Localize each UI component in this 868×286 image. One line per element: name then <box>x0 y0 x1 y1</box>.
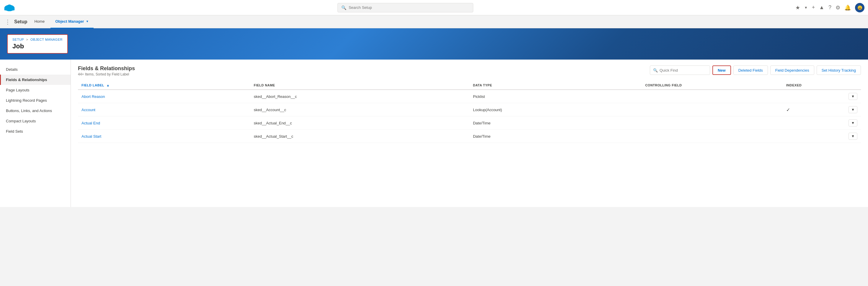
breadcrumb: SETUP > OBJECT MANAGER <box>12 38 63 41</box>
cell-data-type: Picklist <box>469 90 642 103</box>
row-action-button[interactable]: ▼ <box>848 119 857 127</box>
col-header-field-name[interactable]: FIELD NAME <box>250 81 469 90</box>
quick-find-input[interactable] <box>659 68 707 73</box>
cell-indexed <box>783 116 830 130</box>
field-label-link[interactable]: Abort Reason <box>82 94 105 99</box>
help-icon[interactable]: ? <box>829 4 831 11</box>
tab-dropdown-icon[interactable]: ▼ <box>86 20 89 23</box>
sidebar-compact-label: Compact Layouts <box>6 119 36 123</box>
cell-field-name: sked__Actual_End__c <box>250 116 469 130</box>
field-label-link[interactable]: Actual Start <box>82 134 101 139</box>
cell-controlling-field <box>642 116 782 130</box>
deleted-fields-button[interactable]: Deleted Fields <box>733 66 768 75</box>
field-label-link[interactable]: Actual End <box>82 121 100 125</box>
col-header-indexed[interactable]: INDEXED <box>783 81 830 90</box>
main-content: Details Fields & Relationships Page Layo… <box>0 60 868 207</box>
avatar[interactable]: 😀 <box>855 3 864 12</box>
salesforce-logo <box>4 4 16 12</box>
row-action-button[interactable]: ▼ <box>848 106 857 113</box>
cell-indexed: ✓ <box>783 103 830 116</box>
cell-field-label: Account <box>78 103 250 116</box>
cell-data-type: Lookup(Account) <box>469 103 642 116</box>
header-actions: 🔍 New Deleted Fields Field Dependencies … <box>650 66 861 75</box>
row-action-button[interactable]: ▼ <box>848 133 857 140</box>
tab-home[interactable]: Home <box>30 15 49 28</box>
tab-bar: ⋮ Setup Home Object Manager ▼ <box>0 15 868 28</box>
breadcrumb-box: SETUP > OBJECT MANAGER Job <box>7 34 68 53</box>
search-input[interactable] <box>349 5 469 10</box>
sidebar-item-field-sets[interactable]: Field Sets <box>0 126 70 137</box>
cell-action: ▼ <box>830 90 861 103</box>
search-bar[interactable]: 🔍 <box>337 3 473 12</box>
set-history-tracking-button[interactable]: Set History Tracking <box>817 66 861 75</box>
sidebar-item-page-layouts[interactable]: Page Layouts <box>0 85 70 95</box>
table-row: Abort Reason sked__Abort_Reason__c Pickl… <box>78 90 861 103</box>
add-icon[interactable]: + <box>812 4 815 11</box>
search-icon: 🔍 <box>341 5 346 10</box>
indexed-checkmark: ✓ <box>786 107 790 112</box>
content-header: Fields & Relationships 44+ Items, Sorted… <box>78 66 861 76</box>
cell-data-type: Date/Time <box>469 116 642 130</box>
cell-field-name: sked__Account__c <box>250 103 469 116</box>
sidebar-buttons-label: Buttons, Links, and Actions <box>6 108 52 113</box>
breadcrumb-separator: > <box>26 38 28 41</box>
sidebar-item-lightning-record-pages[interactable]: Lightning Record Pages <box>0 95 70 106</box>
tab-object-manager[interactable]: Object Manager ▼ <box>51 15 93 28</box>
cell-field-label: Actual Start <box>78 130 250 143</box>
sidebar: Details Fields & Relationships Page Layo… <box>0 60 71 207</box>
cell-field-label: Abort Reason <box>78 90 250 103</box>
sidebar-item-compact-layouts[interactable]: Compact Layouts <box>0 116 70 126</box>
table-header-row: FIELD LABEL ▲ FIELD NAME DATA TYPE CONTR… <box>78 81 861 90</box>
top-nav: 🔍 ★ ▼ + ▲ ? ⚙ 🔔 😀 <box>0 0 868 15</box>
breadcrumb-object-manager-link[interactable]: OBJECT MANAGER <box>30 38 63 41</box>
table-row: Account sked__Account__c Lookup(Account)… <box>78 103 861 116</box>
cell-action: ▼ <box>830 103 861 116</box>
sidebar-page-layouts-label: Page Layouts <box>6 88 30 92</box>
row-action-button[interactable]: ▼ <box>848 93 857 100</box>
app-label: Setup <box>14 19 27 25</box>
breadcrumb-setup-link[interactable]: SETUP <box>12 38 24 41</box>
sidebar-lightning-pages-label: Lightning Record Pages <box>6 98 47 103</box>
bell-icon[interactable]: 🔔 <box>844 4 851 11</box>
section-title: Fields & Relationships <box>78 66 135 72</box>
cell-field-name: sked__Actual_Start__c <box>250 130 469 143</box>
star-icon[interactable]: ★ <box>795 4 800 11</box>
col-header-controlling-field[interactable]: CONTROLLING FIELD <box>642 81 782 90</box>
new-button[interactable]: New <box>712 66 731 75</box>
svg-point-3 <box>7 4 12 8</box>
table-row: Actual Start sked__Actual_Start__c Date/… <box>78 130 861 143</box>
cell-controlling-field <box>642 130 782 143</box>
top-nav-icons: ★ ▼ + ▲ ? ⚙ 🔔 😀 <box>795 3 864 12</box>
app-grid-icon[interactable]: ⋮ <box>5 18 11 25</box>
svg-rect-4 <box>4 8 15 10</box>
dropdown-icon[interactable]: ▼ <box>804 6 808 10</box>
page-title: Job <box>12 42 63 50</box>
sidebar-field-sets-label: Field Sets <box>6 129 23 134</box>
cell-action: ▼ <box>830 130 861 143</box>
tab-home-label: Home <box>34 19 44 24</box>
cell-field-label: Actual End <box>78 116 250 130</box>
col-header-data-type[interactable]: DATA TYPE <box>469 81 642 90</box>
content-area: Fields & Relationships 44+ Items, Sorted… <box>71 60 868 207</box>
field-label-link[interactable]: Account <box>82 108 95 112</box>
field-dependencies-button[interactable]: Field Dependencies <box>770 66 814 75</box>
section-heading: Fields & Relationships 44+ Items, Sorted… <box>78 66 135 76</box>
cell-data-type: Date/Time <box>469 130 642 143</box>
sidebar-details-label: Details <box>6 67 18 72</box>
cell-controlling-field <box>642 90 782 103</box>
col-header-field-label[interactable]: FIELD LABEL ▲ <box>78 81 250 90</box>
trailhead-icon[interactable]: ▲ <box>819 4 824 11</box>
sidebar-item-buttons-links-actions[interactable]: Buttons, Links, and Actions <box>0 106 70 116</box>
sidebar-item-fields-relationships[interactable]: Fields & Relationships <box>0 75 70 85</box>
tab-object-manager-label: Object Manager <box>55 19 84 24</box>
sidebar-item-details[interactable]: Details <box>0 64 70 75</box>
fields-table: FIELD LABEL ▲ FIELD NAME DATA TYPE CONTR… <box>78 81 861 143</box>
table-row: Actual End sked__Actual_End__c Date/Time… <box>78 116 861 130</box>
banner: SETUP > OBJECT MANAGER Job <box>0 28 868 60</box>
cell-controlling-field <box>642 103 782 116</box>
settings-icon[interactable]: ⚙ <box>836 4 840 11</box>
logo-area <box>4 4 16 12</box>
section-subtitle: 44+ Items, Sorted by Field Label <box>78 72 135 76</box>
quick-find-wrap[interactable]: 🔍 <box>650 66 710 75</box>
quick-find-icon: 🔍 <box>653 68 658 73</box>
